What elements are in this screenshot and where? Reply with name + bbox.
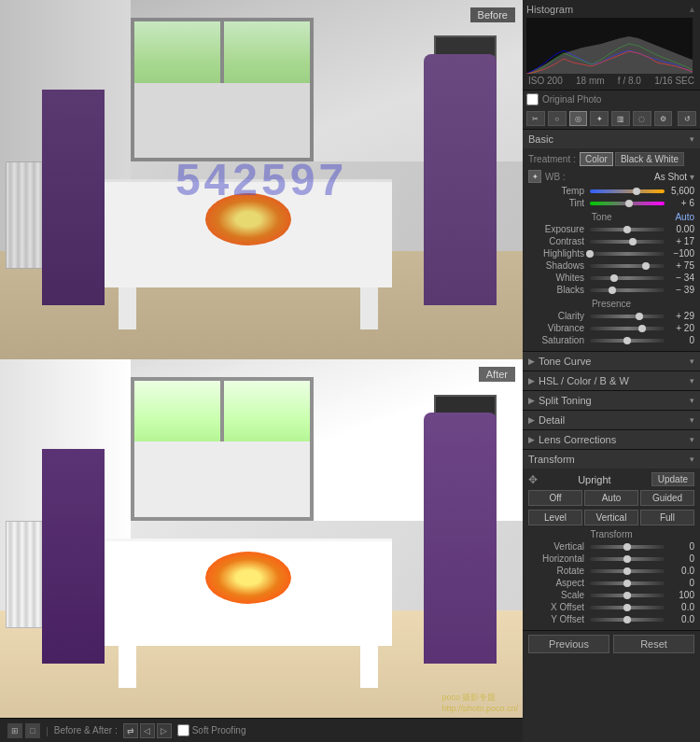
scale-thumb[interactable] xyxy=(623,592,631,599)
bottom-right-btns: Previous Reset xyxy=(523,631,700,657)
after-label: After xyxy=(479,367,515,382)
level-btn[interactable]: Level xyxy=(528,510,582,525)
eyedropper-icon[interactable]: ✦ xyxy=(528,170,541,183)
blacks-track[interactable] xyxy=(590,288,665,292)
bottom-bar: ⊞ □ | Before & After : ⇄ ◁ ▷ Soft Proofi… xyxy=(0,718,523,742)
full-btn[interactable]: Full xyxy=(640,510,694,525)
highlights-thumb[interactable] xyxy=(586,250,594,258)
hsl-section[interactable]: ▶ HSL / Color / B & W ▾ xyxy=(523,371,700,391)
contrast-thumb[interactable] xyxy=(629,238,637,245)
horizontal-row: Horizontal 0 xyxy=(528,553,694,564)
whites-track[interactable] xyxy=(590,276,665,280)
loupe-icon[interactable]: □ xyxy=(25,723,40,738)
vertical-thumb[interactable] xyxy=(623,543,631,551)
highlights-track[interactable] xyxy=(590,252,665,256)
highlights-label: Highlights xyxy=(528,248,584,259)
lens-corrections-arrow: ▶ xyxy=(528,435,535,444)
tone-curve-section[interactable]: ▶ Tone Curve ▾ xyxy=(523,352,700,371)
off-btn[interactable]: Off xyxy=(528,490,582,506)
previous-btn[interactable]: Previous xyxy=(528,635,609,653)
contrast-track[interactable] xyxy=(590,240,665,244)
lens-corrections-label: Lens Corrections xyxy=(539,434,690,445)
poco-watermark: poco 摄影专题http://photo.poco.cn/ xyxy=(441,692,518,713)
soft-proofing-checkbox[interactable] xyxy=(177,724,189,736)
whites-row: Whites − 34 xyxy=(528,273,694,283)
reset-icon[interactable]: ↺ xyxy=(678,111,696,126)
exposure-track[interactable] xyxy=(590,228,665,231)
y-offset-label: Y Offset xyxy=(528,614,584,624)
spot-heal-icon[interactable]: ○ xyxy=(548,111,567,126)
clarity-track[interactable] xyxy=(590,315,665,318)
auto-btn[interactable]: Auto xyxy=(675,212,694,222)
temp-track[interactable] xyxy=(590,189,665,193)
horizontal-thumb[interactable] xyxy=(623,555,631,563)
move-icon: ✥ xyxy=(528,473,538,486)
shadows-thumb[interactable] xyxy=(642,262,650,270)
vibrance-track[interactable] xyxy=(590,327,665,330)
contrast-value: + 17 xyxy=(666,236,694,246)
color-btn[interactable]: Color xyxy=(580,152,613,166)
treatment-label: Treatment : xyxy=(528,154,580,164)
whites-thumb[interactable] xyxy=(610,274,618,282)
auto-upright-btn[interactable]: Auto xyxy=(584,490,638,506)
grid-icon[interactable]: ⊞ xyxy=(7,723,22,738)
blacks-thumb[interactable] xyxy=(609,287,616,294)
vertical-btn[interactable]: Vertical xyxy=(584,510,638,525)
soft-proofing-label: Soft Proofing xyxy=(192,725,246,735)
transform-header-row[interactable]: Transform ▾ xyxy=(523,450,700,469)
basic-header[interactable]: Basic ▾ xyxy=(523,130,700,148)
temp-value: 5,600 xyxy=(666,186,694,196)
y-offset-thumb[interactable] xyxy=(623,616,631,623)
aspect-row: Aspect 0 xyxy=(528,578,694,588)
lens-corrections-section[interactable]: ▶ Lens Corrections ▾ xyxy=(523,430,700,450)
exposure-thumb[interactable] xyxy=(623,226,631,233)
rotate-track[interactable] xyxy=(590,569,665,573)
svg-marker-0 xyxy=(526,36,693,74)
y-offset-value: 0.0 xyxy=(666,614,694,624)
temp-thumb[interactable] xyxy=(633,188,640,195)
vibrance-thumb[interactable] xyxy=(638,325,646,332)
gradient-icon[interactable]: ▥ xyxy=(611,111,630,126)
split-toning-section[interactable]: ▶ Split Toning ▾ xyxy=(523,391,700,411)
shadows-track[interactable] xyxy=(590,264,665,268)
aspect-track[interactable] xyxy=(590,581,665,585)
bw-btn[interactable]: Black & White xyxy=(615,152,684,166)
tint-track[interactable] xyxy=(590,202,665,205)
clarity-thumb[interactable] xyxy=(636,313,643,320)
horizontal-track[interactable] xyxy=(590,557,665,561)
brush-icon[interactable]: ✦ xyxy=(590,111,609,126)
rotate-thumb[interactable] xyxy=(623,567,631,575)
saturation-track[interactable] xyxy=(590,339,665,343)
original-photo-checkbox[interactable] xyxy=(526,93,539,105)
whites-value: − 34 xyxy=(666,273,694,283)
saturation-thumb[interactable] xyxy=(623,337,631,344)
adjustment-icon[interactable]: ⚙ xyxy=(654,111,673,126)
presence-label: Presence xyxy=(528,299,694,309)
x-offset-value: 0.0 xyxy=(666,602,694,612)
radial-icon[interactable]: ◌ xyxy=(633,111,651,126)
original-photo-label: Original Photo xyxy=(542,94,601,105)
reset-btn[interactable]: Reset xyxy=(613,635,694,653)
aspect-thumb[interactable] xyxy=(623,580,631,587)
x-offset-thumb[interactable] xyxy=(623,604,631,611)
aspect-label: Aspect xyxy=(528,578,584,588)
swap-arrow[interactable]: ⇄ xyxy=(123,723,138,738)
radiator xyxy=(6,161,48,269)
next-arrow[interactable]: ▷ xyxy=(157,723,172,738)
radiator-after xyxy=(6,521,48,628)
shutter-label: 1/16 SEC xyxy=(654,76,694,86)
tint-thumb[interactable] xyxy=(625,200,633,207)
y-offset-track[interactable] xyxy=(590,618,665,622)
prev-arrow[interactable]: ◁ xyxy=(140,723,155,738)
highlights-row: Highlights −100 xyxy=(528,248,694,259)
detail-section[interactable]: ▶ Detail ▾ xyxy=(523,411,700,430)
x-offset-track[interactable] xyxy=(590,606,665,609)
before-photo: 542597 Before xyxy=(0,0,523,359)
vertical-track[interactable] xyxy=(590,545,665,549)
guided-btn[interactable]: Guided xyxy=(640,490,694,506)
update-btn[interactable]: Update xyxy=(651,472,694,486)
red-eye-icon[interactable]: ◎ xyxy=(569,111,588,126)
hsl-arrow: ▶ xyxy=(528,376,535,385)
crop-icon[interactable]: ✂ xyxy=(526,111,545,126)
scale-track[interactable] xyxy=(590,594,665,597)
